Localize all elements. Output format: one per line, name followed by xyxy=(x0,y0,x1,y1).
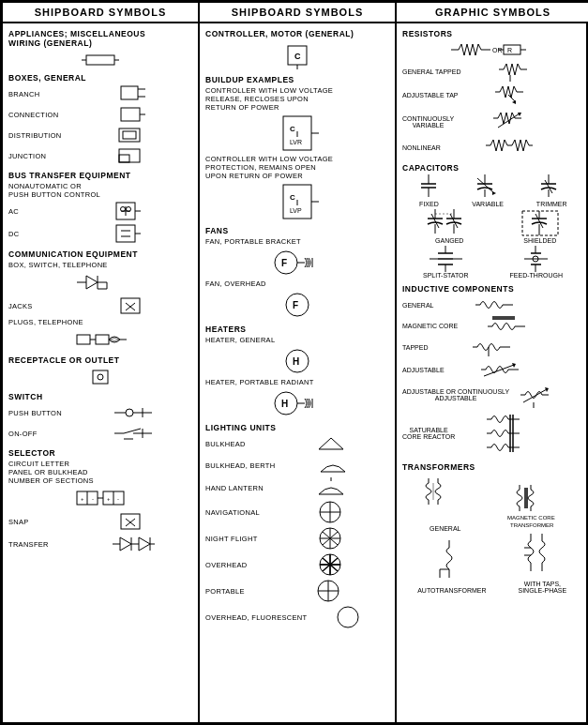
label-magnetic-core: MAGNETIC CORE xyxy=(402,323,458,329)
item-magnetic-core: MAGNETIC CORE xyxy=(402,316,583,335)
symbol-nonlinear xyxy=(441,137,583,158)
symbol-bulkhead-berth xyxy=(275,455,389,476)
header-col3: GRAPHIC SYMBOLS xyxy=(396,2,588,23)
symbol-portable xyxy=(271,579,389,603)
item-jacks: JACKS xyxy=(8,295,192,316)
svg-text:LVP: LVP xyxy=(290,207,302,214)
sym-col-magnetic-core-transformer: MAGNETIC CORE TRANSFORMER xyxy=(505,480,566,532)
label-feed-through: FEED-THROUGH xyxy=(510,272,563,279)
sym-col-autotransformer: AUTOTRANSFORMER xyxy=(417,540,486,594)
header-col2: SHIPBOARD SYMBOLS xyxy=(199,2,396,23)
item-ac: AC xyxy=(8,201,192,221)
svg-line-64 xyxy=(120,537,131,544)
sym-group-capacitors-row1: FIXED VARIABLE xyxy=(402,174,583,207)
sym-col-split-stator: SPLIT-STATOR xyxy=(423,246,469,279)
header-col1: SHIPBOARD SYMBOLS xyxy=(2,2,199,23)
label-trimmer: TRIMMER xyxy=(536,201,567,207)
section-switch: SWITCH xyxy=(8,392,192,401)
item-inductor-adjustable: ADJUSTABLE xyxy=(402,359,583,380)
sym-group-capacitors-row3: SPLIT-STATOR FEED-THROUGH xyxy=(402,246,583,279)
item-inductor-general: GENERAL xyxy=(402,295,583,314)
subsec-box-switch-tel: BOX, SWITCH, TELEPHONE xyxy=(8,261,192,269)
label-pushbutton: PUSH BUTTON xyxy=(8,409,74,417)
label-nonlinear: NONLINEAR xyxy=(402,144,441,151)
label-fixed: FIXED xyxy=(419,201,439,207)
item-resistor-tapped: GENERAL TAPPED xyxy=(402,61,583,82)
label-hand-lantern: HAND LANTERN xyxy=(205,484,271,492)
label-saturable-core: SATURABLECORE REACTOR xyxy=(402,427,455,440)
item-continuously-variable: CONTINUOUSLYVARIABLE xyxy=(402,109,583,135)
sym-col-shielded: SHIELDED xyxy=(520,209,560,244)
symbol-navigational xyxy=(271,500,389,524)
item-dc: DC xyxy=(8,223,192,244)
label-overhead-fluor: OVERHEAD, FLUORESCENT xyxy=(205,613,307,622)
svg-text:LVR: LVR xyxy=(290,139,302,145)
label-inductor-general: GENERAL xyxy=(402,302,433,309)
item-branch: BRANCH xyxy=(8,84,192,103)
item-night-flight: NIGHT FLIGHT xyxy=(205,526,389,551)
svg-rect-59 xyxy=(121,514,140,529)
label-branch: BRANCH xyxy=(8,90,74,98)
subsec-fan-overhead: FAN, OVERHEAD xyxy=(205,279,389,288)
label-junction: JUNCTION xyxy=(8,152,74,160)
section-selector: SELECTOR xyxy=(8,448,192,458)
sym-group-transformers: GENERAL MAGNETIC CORE TRANSFORMER xyxy=(402,474,583,532)
item-overhead: OVERHEAD xyxy=(205,552,389,577)
svg-rect-30 xyxy=(121,298,140,313)
label-on-off: ON-OFF xyxy=(8,430,74,438)
symbol-adj-cont-adjustable xyxy=(509,382,583,408)
label-snap: SNAP xyxy=(8,518,74,526)
section-bus-transfer: BUS TRANSFER EQUIPMENT xyxy=(8,171,192,180)
item-distribution: DISTRIBUTION xyxy=(8,126,192,144)
label-connection: CONNECTION xyxy=(8,111,74,119)
label-split-stator: SPLIT-STATOR xyxy=(423,272,469,279)
symbol-snap xyxy=(74,511,192,532)
item-bulkhead: BULKHEAD xyxy=(205,434,389,453)
svg-point-40 xyxy=(126,409,133,416)
symbol-transfer xyxy=(74,534,192,554)
section-capacitors: CAPACITORS xyxy=(402,163,583,173)
svg-line-196 xyxy=(523,389,547,402)
section-lighting: LIGHTING UNITS xyxy=(205,423,389,432)
svg-rect-8 xyxy=(119,128,140,142)
subsec-fan-portable: FAN, PORTABLE BRACKET xyxy=(205,237,389,246)
svg-line-148 xyxy=(477,178,494,193)
label-bulkhead: BULKHEAD xyxy=(205,440,271,448)
section-appliances: APPLIANCES; MISCELLANEOUSWIRING (GENERAL… xyxy=(8,29,192,48)
label-ganged: GANGED xyxy=(435,237,463,244)
symbol-heater-general: H xyxy=(205,347,389,375)
item-pushbutton: PUSH BUTTON xyxy=(8,403,192,422)
svg-text:H: H xyxy=(293,356,299,367)
svg-text:-: - xyxy=(92,496,94,502)
section-heaters: HEATERS xyxy=(205,325,389,334)
symbol-inductor-tapped xyxy=(429,337,584,357)
label-transformer-general: GENERAL xyxy=(430,525,460,532)
svg-point-38 xyxy=(98,374,103,380)
symbol-fan-portable: F xyxy=(205,249,389,277)
label-with-taps: WITH TAPS,SINGLE-PHASE xyxy=(518,581,566,594)
sym-col-trimmer: TRIMMER xyxy=(536,174,567,207)
sym-col-variable: VARIABLE xyxy=(472,174,504,207)
svg-rect-6 xyxy=(121,108,140,121)
item-snap: SNAP xyxy=(8,511,192,532)
item-overhead-fluor: OVERHEAD, FLUORESCENT xyxy=(205,605,389,629)
label-variable: VARIABLE xyxy=(472,201,504,207)
symbol-adjustable-tap xyxy=(459,83,583,107)
item-on-off: ON-OFF xyxy=(8,424,192,443)
svg-rect-3 xyxy=(121,86,138,99)
subsec-circuit-letter: CIRCUIT LETTERPANEL OR BULKHEADNUMBER OF… xyxy=(8,460,192,485)
label-continuously-variable: CONTINUOUSLYVARIABLE xyxy=(402,115,454,128)
svg-rect-35 xyxy=(96,335,109,344)
symbol-inductor-adjustable xyxy=(445,359,583,380)
label-dc: DC xyxy=(8,230,74,238)
symbol-appliances-general xyxy=(8,51,192,68)
item-portable: PORTABLE xyxy=(205,579,389,603)
section-receptacle: RECEPTACLE OR OUTLET xyxy=(8,355,192,365)
svg-text:F: F xyxy=(293,300,298,310)
column-1: APPLIANCES; MISCELLANEOUSWIRING (GENERAL… xyxy=(2,23,199,723)
svg-text:C: C xyxy=(290,125,295,133)
svg-point-119 xyxy=(338,607,358,627)
item-hand-lantern: HAND LANTERN xyxy=(205,477,389,498)
symbol-circuit-letter: + - + - xyxy=(8,488,192,508)
subsec-controller-lvp: CONTROLLER WITH LOW VOLTAGEPROTECTION, R… xyxy=(205,155,389,180)
